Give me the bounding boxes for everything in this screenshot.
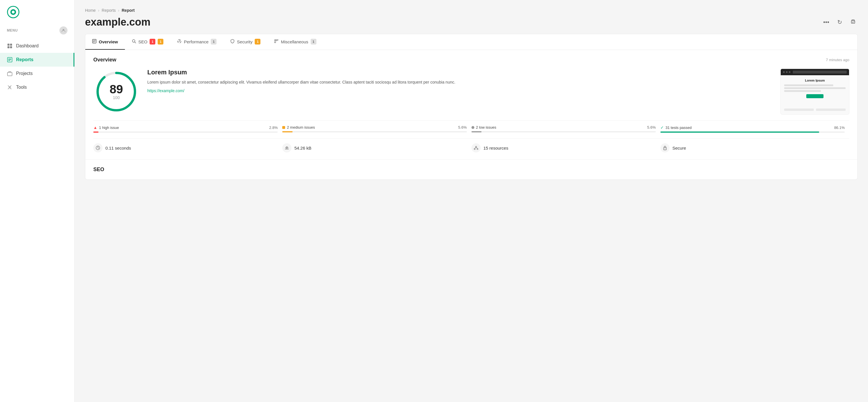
main-content: Home › Reports › Report example.com ••• … xyxy=(75,0,868,402)
preview-line-1 xyxy=(784,85,833,86)
tab-performance[interactable]: Performance 1 xyxy=(170,34,223,50)
sidebar-menu-header: MENU xyxy=(0,24,74,39)
issue-low-bar-fill xyxy=(471,131,482,132)
sidebar-item-tools[interactable]: Tools xyxy=(0,81,74,94)
sidebar-dashboard-label: Dashboard xyxy=(16,43,38,49)
stat-size-value: 54.26 kB xyxy=(294,146,311,151)
overview-section-title: Overview xyxy=(93,57,116,63)
svg-rect-6 xyxy=(7,46,9,48)
svg-rect-25 xyxy=(276,40,277,41)
breadcrumb-home[interactable]: Home xyxy=(85,8,96,12)
seo-tab-icon xyxy=(132,39,136,44)
tools-icon-svg xyxy=(7,85,12,90)
reports-icon xyxy=(7,57,12,63)
sidebar-item-projects[interactable]: Projects xyxy=(0,67,74,81)
stat-time-value: 0.11 seconds xyxy=(105,146,131,151)
resources-icon xyxy=(471,143,480,152)
stat-time: 0.11 seconds xyxy=(93,143,282,152)
tab-overview-label: Overview xyxy=(99,39,118,44)
issue-passed-pct: 86.1% xyxy=(834,125,845,130)
refresh-button[interactable]: ↻ xyxy=(836,17,844,27)
issue-high-text: 1 high issue xyxy=(99,125,119,130)
breadcrumb-reports[interactable]: Reports xyxy=(102,8,116,12)
issue-passed-label: ✓ 31 tests passed xyxy=(660,125,692,130)
high-triangle-icon: ▲ xyxy=(93,125,97,130)
svg-line-33 xyxy=(98,148,99,149)
more-options-button[interactable]: ••• xyxy=(822,17,831,27)
stat-secure: Secure xyxy=(660,143,849,152)
preview-line-2 xyxy=(784,87,846,89)
site-url[interactable]: https://example.com/ xyxy=(147,88,184,93)
report-card: Overview SEO 1 1 xyxy=(85,34,858,180)
tabs-container: Overview SEO 1 1 xyxy=(85,34,857,50)
issue-low-label: 2 low issues xyxy=(471,125,496,129)
secure-icon xyxy=(660,143,670,152)
print-icon-svg xyxy=(850,19,856,24)
issue-low-bar-bg xyxy=(471,131,656,132)
misc-tab-icon xyxy=(274,39,279,44)
issue-medium-text: 2 medium issues xyxy=(287,125,315,129)
issue-medium-label: 2 medium issues xyxy=(282,125,315,129)
refresh-icon: ↻ xyxy=(837,19,842,26)
ellipsis-icon: ••• xyxy=(823,19,829,26)
issue-medium: 2 medium issues 5.6% xyxy=(282,125,471,133)
issue-medium-pct: 5.6% xyxy=(458,125,467,129)
tools-icon xyxy=(7,85,12,90)
tab-overview[interactable]: Overview xyxy=(85,34,125,50)
issue-medium-bar-bg xyxy=(282,131,467,132)
issue-high-bar-bg xyxy=(93,131,278,133)
seo-section: SEO xyxy=(85,160,857,180)
svg-rect-12 xyxy=(7,72,12,76)
print-button[interactable] xyxy=(848,17,858,28)
issues-row: ▲ 1 high issue 2.8% 2 medium issues xyxy=(93,120,849,133)
sidebar-item-reports[interactable]: Reports xyxy=(0,53,74,67)
svg-rect-14 xyxy=(852,22,854,22)
sidebar-item-dashboard[interactable]: Dashboard xyxy=(0,39,74,53)
site-description: Lorem ipsum dolor sit amet, consectetur … xyxy=(147,79,772,85)
dashboard-icon-svg xyxy=(7,43,12,49)
stat-secure-value: Secure xyxy=(673,146,686,151)
svg-rect-15 xyxy=(852,22,854,23)
issue-low-header: 2 low issues 5.6% xyxy=(471,125,656,129)
svg-line-22 xyxy=(135,42,136,43)
issue-passed-bar-bg xyxy=(660,131,845,133)
svg-rect-26 xyxy=(275,42,276,43)
tab-miscellaneous[interactable]: Miscellaneous 1 xyxy=(267,34,323,50)
page-title: example.com xyxy=(85,16,151,28)
svg-rect-5 xyxy=(10,44,12,45)
tab-security[interactable]: Security 1 xyxy=(223,34,267,50)
tab-security-label: Security xyxy=(237,39,252,44)
security-badge: 1 xyxy=(255,39,260,44)
issue-passed-bar-fill xyxy=(660,131,819,133)
svg-point-38 xyxy=(474,149,475,150)
issue-high-header: ▲ 1 high issue 2.8% xyxy=(93,125,278,130)
svg-rect-7 xyxy=(10,46,12,48)
tab-seo[interactable]: SEO 1 1 xyxy=(125,34,170,50)
seo-badge-red: 1 xyxy=(150,39,155,44)
preview-line-3 xyxy=(784,90,821,92)
issue-low-pct: 5.6% xyxy=(647,125,656,129)
size-icon xyxy=(282,143,291,152)
overview-info: Lorem Ipsum Lorem ipsum dolor sit amet, … xyxy=(147,69,772,93)
issue-passed: ✓ 31 tests passed 86.1% xyxy=(660,125,849,133)
stat-resources-value: 15 resources xyxy=(484,146,508,151)
tab-performance-label: Performance xyxy=(184,39,209,44)
sidebar: MENU Dashboard xyxy=(0,0,75,402)
projects-icon xyxy=(7,71,12,76)
svg-point-23 xyxy=(178,40,181,43)
overview-icon-svg xyxy=(92,39,96,43)
svg-rect-4 xyxy=(7,44,9,45)
preview-text-lines xyxy=(784,85,846,92)
breadcrumb-sep-2: › xyxy=(118,8,119,12)
reports-icon-svg xyxy=(7,57,12,62)
user-avatar[interactable] xyxy=(59,26,67,34)
score-text: 89 100 xyxy=(110,83,123,100)
overview-tab-icon xyxy=(92,39,96,44)
app-logo-icon xyxy=(7,6,20,19)
site-title: Lorem Ipsum xyxy=(147,69,772,76)
lock-icon-svg xyxy=(663,146,667,150)
overview-main: 89 100 Lorem Ipsum Lorem ipsum dolor sit… xyxy=(93,69,849,115)
breadcrumb-current: Report xyxy=(122,8,135,12)
svg-line-41 xyxy=(476,147,477,149)
seo-badge-yellow: 1 xyxy=(158,39,163,44)
